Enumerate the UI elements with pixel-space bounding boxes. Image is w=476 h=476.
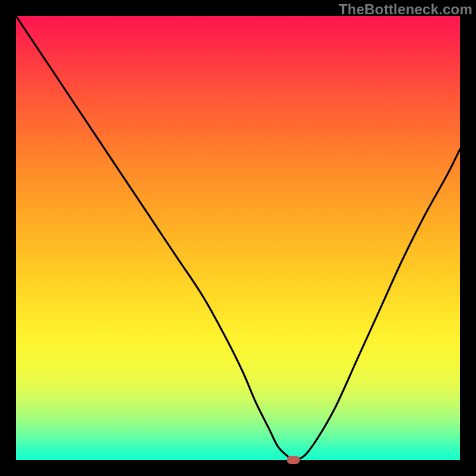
- plot-area: [16, 16, 460, 460]
- chart-frame: TheBottleneck.com: [0, 0, 476, 476]
- watermark-text: TheBottleneck.com: [339, 1, 472, 18]
- bottleneck-curve: [16, 16, 460, 460]
- curve-layer: [16, 16, 460, 460]
- optimal-point-marker: [287, 456, 300, 464]
